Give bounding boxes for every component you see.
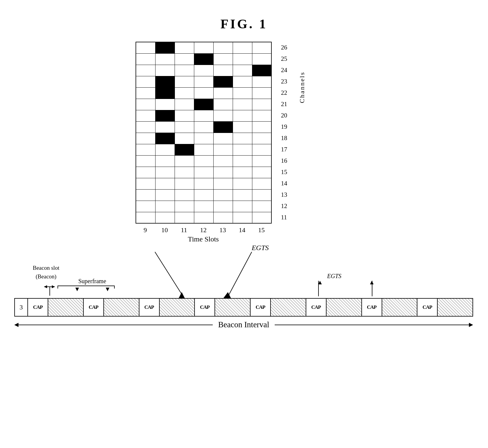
beacon-interval-label: Beacon Interval [213,320,275,329]
time-slots-label: Time Slots [136,235,271,243]
svg-marker-2 [179,292,185,298]
channel-grid [136,42,272,224]
svg-line-1 [228,252,252,297]
timeline-section: Beacon slot(Beacon) Superframe 3CAPCAPCA… [14,298,473,329]
egts-label: EGTS [136,244,271,252]
page-title: FIG. 1 [0,16,488,32]
timeslot-labels-row: 9101112131415 [136,226,380,234]
channels-text: Channels [298,72,306,103]
beacon-slot-annotation: Beacon slot(Beacon) [33,264,59,281]
svg-line-0 [155,252,183,297]
egts-arrows: EGTS [327,273,341,280]
beacon-interval-arrow: Beacon Interval [14,320,473,329]
superframe-label: Superframe [78,278,106,285]
channel-labels: 26252423222120191817161514131211 [279,42,287,223]
funnel-lines [136,252,271,306]
timeline-bar: 3CAPCAPCAPCAPCAPCAPCAPCAP [14,298,473,317]
